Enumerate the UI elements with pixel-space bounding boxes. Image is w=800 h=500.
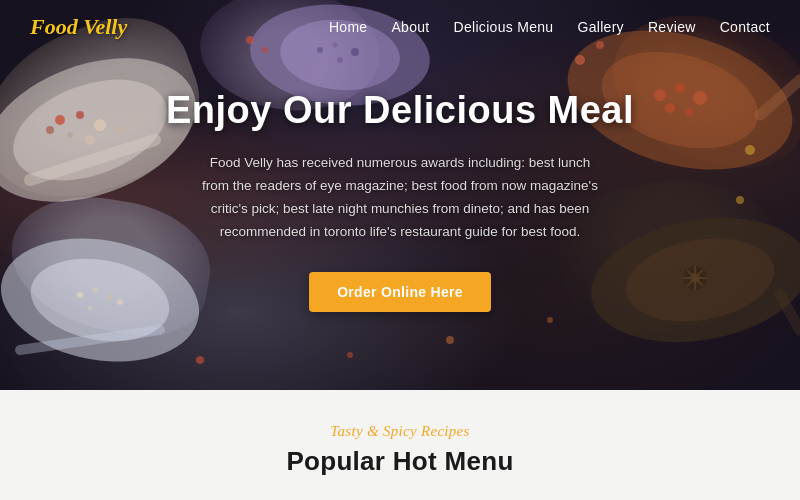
lower-section: Tasty & Spicy Recipes Popular Hot Menu: [0, 390, 800, 500]
nav-about[interactable]: About: [391, 19, 429, 35]
hero-content: Enjoy Our Delicious Meal Food Velly has …: [46, 88, 754, 311]
main-nav: Home About Delicious Menu Gallery Review…: [329, 19, 770, 35]
logo-food: Food Velly: [30, 14, 127, 39]
logo: Food Velly: [30, 14, 127, 40]
hero-title: Enjoy Our Delicious Meal: [166, 88, 634, 134]
hero-section: Enjoy Our Delicious Meal Food Velly has …: [0, 0, 800, 390]
hero-subtitle: Food Velly has received numerous awards …: [200, 152, 600, 244]
nav-gallery[interactable]: Gallery: [577, 19, 623, 35]
nav-review[interactable]: Review: [648, 19, 696, 35]
nav-home[interactable]: Home: [329, 19, 368, 35]
section-tagline: Tasty & Spicy Recipes: [330, 423, 469, 440]
section-heading: Popular Hot Menu: [286, 446, 513, 477]
header: Food Velly Home About Delicious Menu Gal…: [0, 0, 800, 54]
nav-delicious-menu[interactable]: Delicious Menu: [454, 19, 554, 35]
nav-contact[interactable]: Contact: [720, 19, 770, 35]
order-online-button[interactable]: Order Online Here: [309, 272, 491, 312]
